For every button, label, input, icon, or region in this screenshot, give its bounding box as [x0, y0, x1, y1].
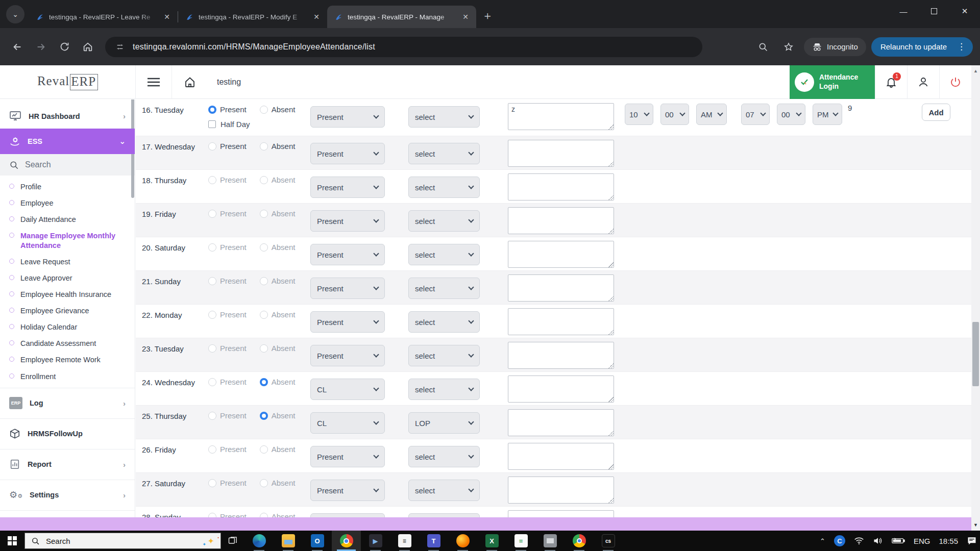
- taskbar-media-app-icon[interactable]: ▶: [361, 531, 390, 551]
- leave-type-select[interactable]: select: [408, 244, 480, 265]
- present-radio[interactable]: [208, 378, 216, 386]
- notifications-bell-icon[interactable]: 1: [875, 65, 907, 99]
- out-hour-select[interactable]: 07: [741, 104, 770, 125]
- sidebar-item-settings[interactable]: ⚙⚙Settings›: [0, 481, 135, 509]
- status-select[interactable]: Present: [310, 106, 385, 128]
- site-info-icon[interactable]: [113, 40, 127, 54]
- url-bar[interactable]: testingqa.revalomni.com/HRMS/ManageEmplo…: [105, 37, 702, 57]
- in-ampm-select[interactable]: AM: [696, 104, 727, 125]
- leave-type-select[interactable]: select: [408, 446, 480, 467]
- leave-type-select[interactable]: select: [408, 143, 480, 164]
- absent-radio[interactable]: [260, 210, 268, 218]
- taskbar-file-explorer-icon[interactable]: [274, 531, 303, 551]
- sidebar-ess-item[interactable]: Employee Health Insurance: [0, 286, 135, 303]
- status-select[interactable]: Present: [310, 345, 385, 366]
- taskbar-excel-icon[interactable]: X: [477, 531, 506, 551]
- absent-radio[interactable]: [260, 378, 268, 386]
- sidebar-ess-item[interactable]: Candidate Assessment: [0, 335, 135, 352]
- textarea-resize-grip[interactable]: [608, 464, 614, 469]
- absent-radio[interactable]: [260, 176, 268, 184]
- language-indicator[interactable]: ENG: [914, 537, 930, 545]
- tab-search-button[interactable]: ⌄: [6, 5, 24, 23]
- browser-tab-1[interactable]: testingqa - RevalERP - Leave Re ✕: [29, 6, 178, 28]
- sidebar-ess-item[interactable]: Leave Approver: [0, 270, 135, 286]
- textarea-resize-grip[interactable]: [608, 262, 614, 267]
- start-button[interactable]: [0, 531, 24, 551]
- taskbar-teams-icon[interactable]: T: [419, 531, 448, 551]
- sidebar-item-hr-dashboard[interactable]: HR Dashboard ›: [0, 104, 135, 129]
- absent-radio[interactable]: [260, 479, 268, 487]
- status-select[interactable]: Present: [310, 278, 385, 299]
- sidebar-ess-item[interactable]: Employee Grievance: [0, 303, 135, 319]
- status-select[interactable]: Present: [310, 446, 385, 467]
- tab-close-icon[interactable]: ✕: [161, 11, 173, 22]
- leave-type-select[interactable]: select: [408, 345, 480, 366]
- textarea-resize-grip[interactable]: [608, 296, 614, 301]
- note-textarea[interactable]: [508, 308, 614, 335]
- browser-tab-3-active[interactable]: testingqa - RevalERP - Manage ✕: [327, 6, 476, 28]
- absent-radio[interactable]: [260, 142, 268, 151]
- textarea-resize-grip[interactable]: [608, 431, 614, 436]
- textarea-resize-grip[interactable]: [608, 363, 614, 368]
- page-scrollbar[interactable]: ▲ ▼: [971, 65, 980, 531]
- note-textarea[interactable]: [508, 274, 614, 302]
- sidebar-ess-item[interactable]: Daily Attendance: [0, 211, 135, 228]
- reload-icon[interactable]: [54, 37, 75, 57]
- tray-chevron-up-icon[interactable]: ⌃: [820, 537, 825, 545]
- taskbar-notes-app-icon[interactable]: ≡: [506, 531, 535, 551]
- sidebar-search-box[interactable]: Search: [0, 154, 135, 176]
- present-radio[interactable]: [208, 311, 216, 319]
- note-textarea[interactable]: [508, 207, 614, 234]
- status-select[interactable]: Present: [310, 210, 385, 232]
- present-radio[interactable]: [208, 106, 216, 114]
- present-radio[interactable]: [208, 445, 216, 454]
- note-textarea[interactable]: [508, 103, 614, 130]
- note-textarea[interactable]: [508, 241, 614, 268]
- absent-radio[interactable]: [260, 412, 268, 420]
- volume-icon[interactable]: [873, 537, 883, 545]
- forward-icon[interactable]: [31, 37, 51, 57]
- window-close-button[interactable]: ✕: [949, 0, 980, 22]
- present-radio[interactable]: [208, 479, 216, 487]
- absent-radio[interactable]: [260, 311, 268, 319]
- taskbar-document-app-icon[interactable]: ≣: [390, 531, 419, 551]
- note-textarea[interactable]: [508, 443, 614, 470]
- textarea-resize-grip[interactable]: [608, 397, 614, 402]
- leave-type-select[interactable]: LOP: [408, 412, 480, 434]
- present-radio[interactable]: [208, 243, 216, 252]
- absent-radio[interactable]: [260, 344, 268, 353]
- in-hour-select[interactable]: 10: [625, 104, 653, 125]
- tab-close-icon[interactable]: ✕: [311, 11, 322, 22]
- half-day-checkbox[interactable]: [208, 120, 216, 128]
- taskbar-firefox-icon[interactable]: [448, 531, 477, 551]
- textarea-resize-grip[interactable]: [608, 498, 614, 503]
- status-select[interactable]: Present: [310, 480, 385, 501]
- back-icon[interactable]: [7, 37, 28, 57]
- sidebar-item-report[interactable]: Report›: [0, 450, 135, 479]
- tray-app-c-icon[interactable]: C: [834, 535, 845, 546]
- taskbar-window-app-icon[interactable]: [535, 531, 565, 551]
- scroll-down-icon[interactable]: ▼: [971, 520, 980, 530]
- taskbar-edge-icon[interactable]: [244, 531, 274, 551]
- attendance-login-button[interactable]: AttendanceLogin: [790, 65, 875, 99]
- search-icon[interactable]: [753, 37, 773, 57]
- sidebar-ess-item[interactable]: Profile: [0, 179, 135, 195]
- logout-power-icon[interactable]: [940, 65, 971, 99]
- status-select[interactable]: CL: [310, 379, 385, 400]
- status-select[interactable]: Present: [310, 311, 385, 333]
- battery-icon[interactable]: [892, 537, 905, 544]
- status-select[interactable]: Present: [310, 177, 385, 198]
- sidebar-item-log[interactable]: ERPLog›: [0, 389, 135, 417]
- sidebar-ess-item[interactable]: Manage Employee Monthly Attendance: [0, 228, 135, 253]
- absent-radio[interactable]: [260, 243, 268, 252]
- textarea-resize-grip[interactable]: [608, 330, 614, 335]
- sidebar-ess-item[interactable]: Holiday Calendar: [0, 319, 135, 335]
- window-minimize-button[interactable]: —: [888, 0, 919, 22]
- taskbar-chrome2-icon[interactable]: [565, 531, 594, 551]
- note-textarea[interactable]: [508, 409, 614, 436]
- task-view-icon[interactable]: [221, 531, 244, 551]
- present-radio[interactable]: [208, 277, 216, 285]
- new-tab-button[interactable]: ＋: [479, 8, 496, 24]
- status-select[interactable]: CL: [310, 412, 385, 434]
- browser-tab-2[interactable]: testingqa - RevalERP - Modify E ✕: [178, 6, 327, 28]
